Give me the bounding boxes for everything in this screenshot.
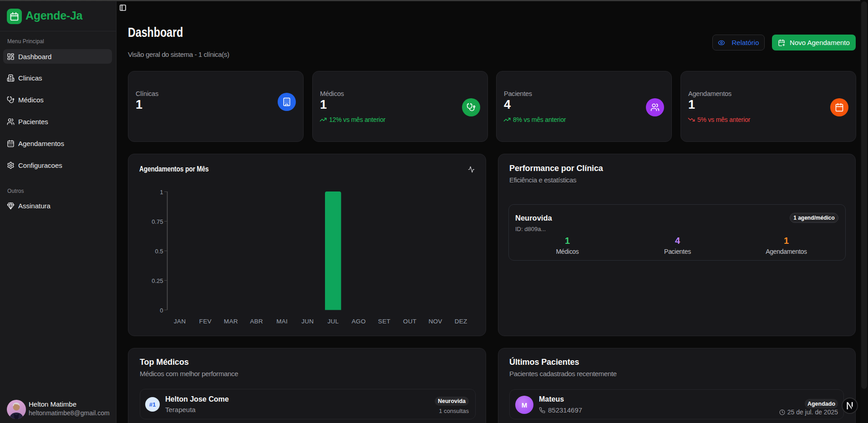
svg-text:0: 0 xyxy=(160,307,163,314)
svg-text:MAR: MAR xyxy=(224,318,238,325)
svg-text:NOV: NOV xyxy=(428,318,442,325)
svg-text:OUT: OUT xyxy=(403,318,416,325)
svg-text:0.25: 0.25 xyxy=(152,277,163,284)
svg-text:FEV: FEV xyxy=(199,318,212,325)
svg-text:ABR: ABR xyxy=(250,318,263,325)
svg-text:DEZ: DEZ xyxy=(455,318,467,325)
svg-text:JAN: JAN xyxy=(174,318,186,325)
svg-text:SET: SET xyxy=(378,318,391,325)
svg-text:JUL: JUL xyxy=(327,318,339,325)
svg-text:AGO: AGO xyxy=(352,318,366,325)
svg-text:0.75: 0.75 xyxy=(152,218,163,225)
svg-text:0.5: 0.5 xyxy=(155,248,163,255)
svg-text:MAI: MAI xyxy=(276,318,288,325)
svg-text:1: 1 xyxy=(160,189,163,196)
svg-text:JUN: JUN xyxy=(301,318,314,325)
